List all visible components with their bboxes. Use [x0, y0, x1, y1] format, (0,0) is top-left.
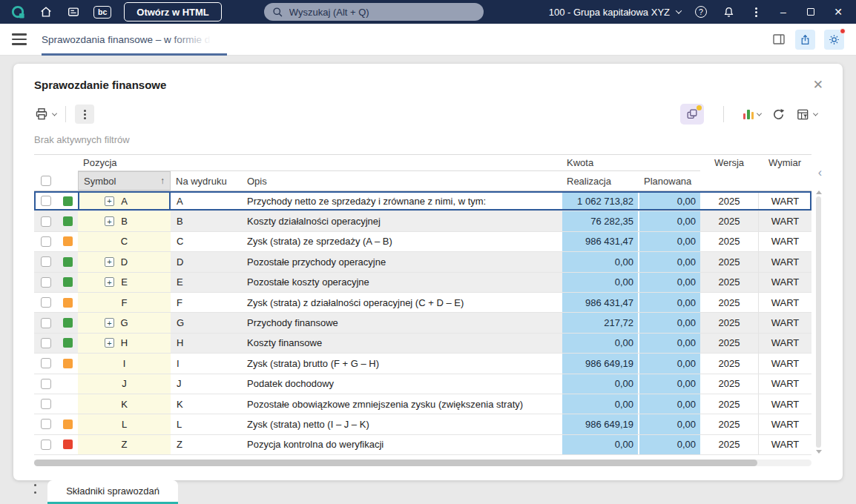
global-search[interactable] [264, 3, 484, 21]
row-status-cell [58, 435, 78, 454]
row-checkbox[interactable] [41, 216, 51, 227]
news-icon[interactable] [66, 4, 81, 19]
row-checkbox-cell [34, 354, 58, 373]
bc-icon[interactable]: bc [93, 6, 111, 19]
row-checkbox[interactable] [41, 399, 51, 409]
table-row[interactable]: +E E Pozostałe koszty operacyjne 0,00 0,… [34, 273, 811, 293]
more-actions-button[interactable] [75, 105, 94, 124]
row-checkbox[interactable] [41, 196, 51, 206]
horizontal-scrollbar[interactable] [34, 460, 811, 466]
company-name: 100 - Grupa kapitałowa XYZ [549, 7, 670, 18]
col-header-wersja[interactable]: Wersja [700, 155, 758, 190]
hamburger-menu-icon[interactable] [12, 33, 27, 44]
na-wydruku-cell: L [171, 414, 241, 434]
symbol-cell[interactable]: J [78, 374, 171, 394]
na-wydruku-cell: K [171, 394, 241, 414]
select-all-checkbox[interactable] [41, 176, 51, 186]
symbol-cell[interactable]: +D [78, 252, 171, 271]
help-icon[interactable]: ? [694, 4, 708, 19]
collapse-side-panel-icon[interactable]: ‹ [818, 166, 822, 179]
print-button[interactable] [34, 107, 56, 122]
col-header-planowana[interactable]: Planowana [639, 171, 700, 190]
symbol-cell[interactable]: +A [78, 191, 171, 210]
symbol-cell[interactable]: C [78, 232, 171, 251]
row-checkbox[interactable] [41, 440, 51, 450]
scroll-down-icon[interactable] [816, 450, 822, 454]
expand-icon[interactable]: + [105, 257, 114, 267]
wymiar-cell: WART [758, 252, 811, 271]
expand-icon[interactable]: + [105, 338, 114, 348]
search-input[interactable] [289, 7, 460, 18]
vertical-scrollbar[interactable] [814, 190, 823, 454]
table-row[interactable]: +H H Koszty finansowe 0,00 0,00 2025 WAR… [34, 334, 811, 354]
col-header-opis[interactable]: Opis [241, 171, 562, 190]
symbol-cell[interactable]: +H [78, 334, 171, 353]
symbol-cell[interactable]: Z [78, 435, 171, 454]
row-checkbox[interactable] [41, 379, 51, 389]
panels-icon[interactable] [771, 32, 786, 47]
sort-ascending-icon[interactable]: ↑ [160, 176, 165, 186]
col-header-realizacja[interactable]: Realizacja [562, 171, 639, 190]
row-checkbox[interactable] [41, 256, 51, 267]
planowana-cell: 0,00 [639, 191, 700, 210]
home-icon[interactable] [39, 4, 53, 19]
symbol-cell[interactable]: +G [78, 313, 171, 332]
row-status-cell [58, 252, 78, 271]
table-row[interactable]: C C Zysk (strata) ze sprzedaży (A – B) 9… [34, 232, 811, 252]
symbol-cell[interactable]: F [78, 293, 171, 312]
table-filter-button[interactable] [796, 107, 817, 122]
symbol-cell[interactable]: K [78, 394, 171, 414]
col-header-symbol[interactable]: Symbol ↑ [78, 171, 171, 190]
row-checkbox[interactable] [41, 277, 51, 288]
window-close-button[interactable]: ✕ [831, 4, 846, 19]
appearance-settings-button[interactable] [824, 30, 844, 50]
wersja-cell: 2025 [700, 252, 758, 271]
expand-icon[interactable]: + [105, 277, 114, 287]
realizacja-cell: 986 431,47 [562, 232, 639, 251]
bar-chart-icon [743, 109, 754, 119]
open-in-html-button[interactable]: Otwórz w HTML [124, 2, 222, 21]
window-minimize-button[interactable]: – [776, 4, 791, 19]
tab-sprawozdania-finansowe[interactable]: Sprawozdania finansowe – w formie d [42, 24, 227, 56]
row-checkbox[interactable] [41, 358, 51, 368]
compare-views-button[interactable] [680, 104, 704, 125]
expand-icon[interactable]: + [105, 216, 114, 226]
table-row[interactable]: +B B Koszty działalności operacyjnej 76 … [34, 211, 811, 231]
symbol-cell[interactable]: I [78, 354, 171, 373]
row-checkbox[interactable] [41, 297, 51, 308]
table-row[interactable]: +A A Przychody netto ze sprzedaży i zrów… [34, 191, 811, 211]
expand-icon[interactable]: + [105, 318, 114, 328]
company-selector[interactable]: 100 - Grupa kapitałowa XYZ [549, 7, 681, 18]
table-row[interactable]: Z Z Pozycja kontrolna do weryfikacji 0,0… [34, 435, 811, 455]
symbol-cell[interactable]: L [78, 414, 171, 434]
expand-icon[interactable]: + [105, 196, 114, 206]
col-header-na-wydruku[interactable]: Na wydruku [171, 171, 241, 190]
table-row[interactable]: K K Pozostałe obowiązkowe zmniejszenia z… [34, 394, 811, 414]
row-checkbox[interactable] [41, 419, 51, 429]
col-header-wymiar[interactable]: Wymiar [758, 155, 811, 190]
topbar-menu-kebab-icon[interactable] [748, 4, 763, 19]
table-row[interactable]: +G G Przychody finansowe 217,72 0,00 202… [34, 313, 811, 333]
vertical-scrollbar-thumb[interactable] [816, 196, 821, 448]
symbol-cell[interactable]: +B [78, 211, 171, 231]
window-maximize-button[interactable] [803, 4, 818, 19]
table-row[interactable]: I I Zysk (strata) brutto (F + G – H) 986… [34, 354, 811, 374]
scroll-up-icon[interactable] [816, 190, 822, 194]
table-row[interactable]: J J Podatek dochodowy 0,00 0,00 2025 WAR… [34, 374, 811, 394]
chart-view-button[interactable] [743, 109, 762, 119]
table-row[interactable]: +D D Pozostałe przychody operacyjne 0,00… [34, 252, 811, 272]
symbol-cell[interactable]: +E [78, 273, 171, 292]
opis-cell: Przychody netto ze sprzedaży i zrównane … [241, 191, 562, 210]
notifications-bell-icon[interactable] [721, 4, 736, 19]
share-button[interactable] [795, 30, 815, 50]
table-row[interactable]: F F Zysk (strata) z działalności operacy… [34, 293, 811, 313]
panel-close-icon[interactable]: ✕ [813, 79, 823, 91]
row-checkbox[interactable] [41, 236, 51, 247]
horizontal-scrollbar-thumb[interactable] [34, 460, 757, 466]
row-status-cell [58, 394, 78, 414]
refresh-button[interactable] [771, 107, 786, 122]
row-checkbox[interactable] [41, 318, 51, 328]
table-row[interactable]: L L Zysk (strata) netto (I – J – K) 986 … [34, 414, 811, 434]
row-checkbox[interactable] [41, 338, 51, 348]
tab-skladniki-sprawozdan[interactable]: Składniki sprawozdań [47, 480, 178, 504]
